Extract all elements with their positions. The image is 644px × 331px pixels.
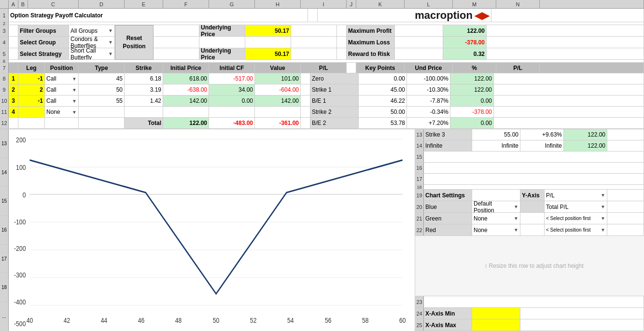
l4-type-arrow: ▼ (72, 110, 77, 115)
r4-a (9, 37, 18, 48)
totals-initial-cf: 122.00 (163, 118, 209, 128)
kp-be1-pct: -7.87% (407, 96, 450, 106)
l3-strike[interactable]: 55 (79, 96, 125, 106)
row1-spacer (308, 9, 318, 22)
row-num-6: 6 (0, 60, 9, 62)
row-num-23r: 23 (415, 296, 424, 307)
x-axis-max-value[interactable] (472, 319, 520, 331)
kp-infinite-und: Infinite (472, 140, 520, 151)
row-3: 3 Filter Groups All Groups ▼ ResetPositi… (0, 25, 644, 37)
x-axis-max-row: 24 X-Axis Min (415, 308, 644, 319)
h-leg (9, 63, 18, 73)
row-num-13: 13 (0, 129, 8, 158)
r4-end (487, 37, 644, 48)
tot-end (494, 118, 644, 128)
green-end (607, 213, 644, 224)
totals-value: -483.00 (209, 118, 255, 128)
l4-end (494, 107, 644, 117)
l1-initial-price: 6.18 (125, 73, 163, 84)
green-label: Green (424, 213, 472, 224)
underlying-label-2: Underlying Price (199, 48, 245, 59)
svg-text:42: 42 (64, 317, 70, 324)
underlying-value-2[interactable]: 50.17 (245, 48, 291, 59)
svg-text:200: 200 (16, 136, 26, 144)
l3-value: 0.00 (209, 96, 255, 106)
blue-dropdown[interactable]: Default Position ▼ (472, 201, 520, 212)
l3-type[interactable]: Call▼ (45, 96, 79, 106)
row-17r: 17 (415, 174, 644, 185)
leg-row-4: 11 4 None▼ Strike 2 50.00 -0.34% -378.0 (0, 107, 644, 118)
l1-strike[interactable]: 45 (79, 73, 125, 84)
col-A: A (9, 0, 18, 8)
kp-strike2-pct: -0.34% (407, 107, 450, 117)
select-strategy-dropdown[interactable]: Short Call Butterfly ▼ (69, 48, 115, 59)
totals-row: 12 Total 122.00 -483.00 -361.00 (0, 118, 644, 129)
tot-d (79, 118, 125, 128)
col-I: I (301, 0, 347, 8)
l4-j (301, 107, 310, 117)
red-right-dropdown[interactable]: < Select position first ▼ (545, 224, 607, 235)
l1-initial-cf: 618.00 (163, 73, 209, 84)
blue-end (607, 201, 644, 212)
r3-end (487, 25, 644, 36)
underlying-label: Underlying Price (199, 25, 245, 36)
kp-strike3-row: 13 Strike 3 55.00 +9.63% 122.00 (415, 129, 644, 140)
r5-f (154, 48, 199, 59)
green-right-label (520, 213, 545, 224)
l2-value: 34.00 (209, 84, 255, 95)
r5-end (487, 48, 644, 59)
max-loss-value: -378.00 (443, 37, 487, 48)
reset-position-button[interactable]: ResetPosition (115, 25, 154, 60)
row-num-16: 16 (0, 216, 8, 245)
r3-l (395, 25, 443, 36)
row6-empty (9, 60, 644, 62)
r5-a (9, 48, 18, 59)
underlying-value[interactable]: 50.17 (245, 25, 291, 36)
r3-a (9, 25, 18, 36)
blue-right-dropdown[interactable]: Total P/L ▼ (545, 201, 607, 212)
r5-l (395, 48, 443, 59)
select-group-arrow-icon: ▼ (108, 40, 113, 45)
l4-type[interactable]: None▼ (45, 107, 79, 117)
kp-strike1-label: Strike 1 (310, 84, 359, 95)
h-j (347, 63, 356, 73)
l2-strike[interactable]: 50 (79, 84, 125, 95)
h-pct: % (453, 63, 496, 73)
y-axis-dropdown[interactable]: P/L ▼ (545, 190, 607, 201)
row-num-14r: 14 (415, 140, 424, 151)
svg-text:40: 40 (27, 317, 33, 324)
col-N: N (496, 0, 540, 8)
row-4: 4 Select Group Condors & Butterflies ▼ M… (0, 37, 644, 48)
l1-type[interactable]: Call▼ (45, 73, 79, 84)
green-right-dropdown[interactable]: < Select position first ▼ (545, 213, 607, 224)
reward-risk-value: 0.32 (443, 48, 487, 59)
row-num-12: 12 (0, 118, 9, 128)
row-num-2: 2 (0, 22, 9, 25)
row-num-25r: 25 (415, 319, 424, 331)
row-num-22r: 22 (415, 224, 424, 235)
kp-strike2-pl: -378.00 (450, 107, 494, 117)
l2-type[interactable]: Call▼ (45, 84, 79, 95)
row-num-13r: 13 (415, 129, 424, 140)
r3-f (154, 25, 199, 36)
row-7-headers: 7 Leg Position Type Strike Initial Price… (0, 63, 644, 73)
kp-strike3-pl: 122.00 (564, 129, 607, 140)
r4-h (245, 37, 291, 48)
select-group-dropdown[interactable]: Condors & Butterflies ▼ (69, 37, 115, 48)
kp-strike1-und: 45.00 (359, 84, 407, 95)
row-num-19: ... (0, 302, 8, 331)
l2-initial-price: 3.19 (125, 84, 163, 95)
row-num-18: 18 (0, 273, 8, 302)
green-dropdown[interactable]: None ▼ (472, 213, 520, 224)
row-5: 5 Select Strategy Short Call Butterfly ▼… (0, 48, 644, 60)
filter-groups-dropdown[interactable]: All Groups ▼ (69, 25, 115, 36)
svg-text:56: 56 (325, 317, 332, 324)
kp-infinite-pct: Infinite (520, 140, 564, 151)
red-dropdown[interactable]: None ▼ (472, 224, 520, 235)
r4-l (395, 37, 443, 48)
col-corner (0, 0, 9, 8)
payoff-chart: 200 100 0 -100 -200 -300 -400 -500 (11, 132, 412, 329)
x-axis-min-value[interactable] (472, 308, 520, 319)
row-num-17r: 17 (415, 174, 424, 184)
red-right-arrow-icon: ▼ (601, 227, 605, 233)
